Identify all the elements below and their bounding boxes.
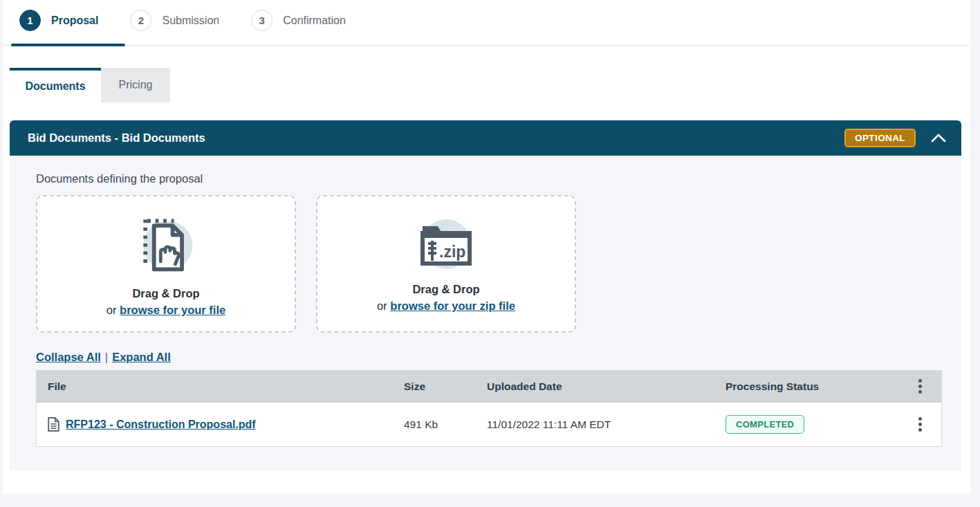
- dropzone-row: Drag & Drop or browse for your file: [36, 195, 942, 333]
- collapse-section-button[interactable]: [931, 133, 946, 142]
- section-description: Documents defining the proposal: [36, 172, 942, 185]
- zip-dropzone[interactable]: .zip Drag & Drop or browse for your zip …: [316, 195, 576, 333]
- zip-label: .zip: [439, 243, 465, 261]
- expand-all-link[interactable]: Expand All: [112, 351, 171, 363]
- optional-badge: OPTIONAL: [844, 129, 916, 147]
- section-body: Documents defining the proposal: [10, 156, 961, 471]
- file-dropzone[interactable]: Drag & Drop or browse for your file: [36, 195, 296, 333]
- step-1-label: Proposal: [51, 15, 98, 27]
- dropzone-subtitle: or browse for your file: [107, 304, 225, 317]
- step-2-circle: 2: [130, 10, 151, 31]
- table-toolbar: Collapse All|Expand All: [36, 351, 942, 364]
- header-file: File: [48, 380, 404, 393]
- zip-folder-icon: .zip: [412, 215, 481, 276]
- step-3-circle: 3: [251, 10, 272, 31]
- browse-file-link[interactable]: browse for your file: [120, 304, 225, 316]
- section-header[interactable]: Bid Documents - Bid Documents OPTIONAL: [10, 120, 961, 156]
- browse-zip-link[interactable]: browse for your zip file: [390, 299, 515, 312]
- table-header-row: File Size Uploaded Date Processing Statu…: [37, 371, 941, 403]
- status-badge: COMPLETED: [725, 415, 804, 434]
- table-row: RFP123 - Construction Proposal.pdf 491 K…: [37, 403, 941, 446]
- page-surface: 1 Proposal 2 Submission 3 Confirmation D…: [3, 0, 970, 493]
- dropzone-title: Drag & Drop: [132, 287, 199, 300]
- step-confirmation[interactable]: 3 Confirmation: [251, 10, 346, 31]
- chevron-up-icon: [931, 133, 946, 142]
- header-size: Size: [404, 380, 487, 393]
- dropzone-subtitle: or browse for your zip file: [377, 299, 515, 313]
- bid-documents-section: Bid Documents - Bid Documents OPTIONAL D…: [10, 120, 961, 471]
- link-separator: |: [105, 351, 108, 363]
- step-proposal[interactable]: 1 Proposal: [19, 10, 98, 31]
- table-kebab-menu-icon[interactable]: [914, 376, 926, 396]
- step-1-circle: 1: [19, 10, 41, 31]
- header-processing-status: Processing Status: [725, 380, 896, 393]
- tab-pricing[interactable]: Pricing: [101, 68, 170, 102]
- file-uploaded-date: 11/01/2022 11:11 AM EDT: [487, 418, 725, 431]
- row-kebab-menu-icon[interactable]: [914, 414, 926, 434]
- drag-file-icon: [133, 211, 199, 280]
- section-title: Bid Documents - Bid Documents: [28, 131, 844, 145]
- file-link[interactable]: RFP123 - Construction Proposal.pdf: [66, 418, 256, 431]
- dropzone-or-text: or: [107, 304, 117, 316]
- file-icon: [48, 417, 59, 432]
- stepper: 1 Proposal 2 Submission 3 Confirmation: [3, 0, 970, 46]
- dropzone-or-text: or: [377, 299, 387, 312]
- dropzone-title: Drag & Drop: [412, 283, 479, 296]
- active-step-underline: [11, 44, 125, 46]
- step-3-label: Confirmation: [283, 15, 346, 27]
- collapse-all-link[interactable]: Collapse All: [36, 351, 101, 363]
- file-size: 491 Kb: [404, 418, 487, 431]
- step-submission[interactable]: 2 Submission: [130, 10, 219, 31]
- file-table: File Size Uploaded Date Processing Statu…: [36, 370, 942, 447]
- tab-bar: Documents Pricing: [10, 68, 970, 102]
- header-uploaded-date: Uploaded Date: [487, 380, 725, 393]
- step-2-label: Submission: [162, 15, 219, 27]
- tab-documents[interactable]: Documents: [10, 68, 101, 102]
